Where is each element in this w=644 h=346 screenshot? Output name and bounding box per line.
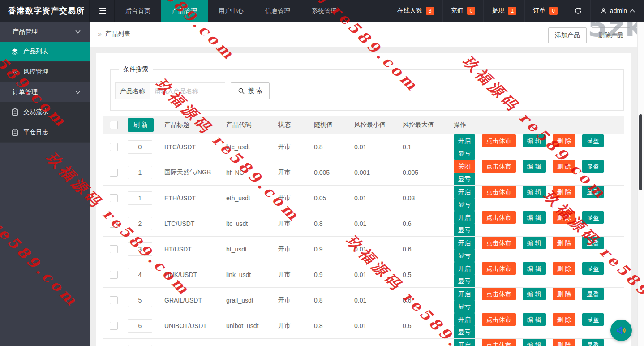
show-loss-button[interactable]: 显亏 xyxy=(454,326,475,338)
delete-button[interactable]: 删 除 xyxy=(553,339,576,346)
toggle-market-button[interactable]: 开启 xyxy=(454,237,475,249)
toggle-market-button[interactable]: 开启 xyxy=(454,313,475,326)
show-loss-button[interactable]: 显亏 xyxy=(454,147,475,160)
row-checkbox[interactable] xyxy=(110,143,118,151)
sort-input[interactable] xyxy=(128,319,152,333)
table-row: GRAIL/USDT grail_usdt 开市 0.8 0.01 0.6 开启… xyxy=(103,287,624,313)
show-profit-button[interactable]: 显盈 xyxy=(582,134,604,147)
edit-button[interactable]: 编 辑 xyxy=(523,160,546,173)
edit-button[interactable]: 编 辑 xyxy=(523,288,546,300)
stat-orders[interactable]: 订单 0 xyxy=(524,0,566,22)
delete-button[interactable]: 删 除 xyxy=(553,262,576,275)
sidebar-item-trade-flow[interactable]: 交易流水 xyxy=(0,102,90,122)
user-menu[interactable]: admin xyxy=(590,0,644,22)
scrollbar-track[interactable] xyxy=(637,22,644,346)
collapse-sidebar-button[interactable] xyxy=(90,0,115,22)
show-loss-button[interactable]: 显亏 xyxy=(454,224,475,236)
sort-input[interactable] xyxy=(128,294,152,307)
delete-button[interactable]: 删 除 xyxy=(553,186,576,198)
delete-button[interactable]: 删 除 xyxy=(553,160,576,173)
rest-market-button[interactable]: 点击休市 xyxy=(482,313,516,326)
nav-item-users[interactable]: 用户中心 xyxy=(208,0,254,22)
toggle-market-button[interactable]: 开启 xyxy=(454,288,475,300)
refresh-page-button[interactable] xyxy=(566,0,590,22)
nav-item-system[interactable]: 系统管理 xyxy=(301,0,348,22)
row-checkbox[interactable] xyxy=(110,169,118,177)
edit-button[interactable]: 编 辑 xyxy=(523,262,546,275)
show-profit-button[interactable]: 显盈 xyxy=(582,186,604,198)
scrollbar-thumb[interactable] xyxy=(639,114,642,190)
sidebar-group-product[interactable]: 产品管理 xyxy=(0,22,90,42)
layers-icon xyxy=(11,48,19,55)
show-profit-button[interactable]: 显盈 xyxy=(582,262,604,275)
row-checkbox[interactable] xyxy=(110,296,118,304)
nav-item-products[interactable]: 产品管理 xyxy=(161,0,208,22)
row-checkbox[interactable] xyxy=(110,245,118,253)
toggle-market-button[interactable]: 开启 xyxy=(454,211,475,224)
edit-button[interactable]: 编 辑 xyxy=(523,237,546,249)
rest-market-button[interactable]: 点击休市 xyxy=(482,288,516,300)
show-profit-button[interactable]: 显盈 xyxy=(582,211,604,224)
show-loss-button[interactable]: 显亏 xyxy=(454,198,475,211)
toggle-market-button[interactable]: 关闭 xyxy=(454,160,475,173)
delete-product-button[interactable]: 删除产品 xyxy=(592,27,630,43)
sort-input[interactable] xyxy=(128,242,152,256)
sort-input[interactable] xyxy=(128,268,152,281)
show-loss-button[interactable]: 显亏 xyxy=(454,173,475,185)
search-button[interactable]: 搜 索 xyxy=(231,82,270,99)
row-checkbox[interactable] xyxy=(110,220,118,228)
rest-market-button[interactable]: 点击休市 xyxy=(482,262,516,275)
sort-input[interactable] xyxy=(128,191,152,205)
add-product-button[interactable]: 添加产品 xyxy=(548,27,587,43)
toggle-market-button[interactable]: 开启 xyxy=(454,339,475,346)
rest-market-button[interactable]: 点击休市 xyxy=(482,211,516,224)
refresh-table-button[interactable]: 刷 新 xyxy=(128,118,154,132)
navbar-spacer xyxy=(348,0,389,22)
rest-market-button[interactable]: 点击休市 xyxy=(482,160,516,173)
nav-item-dashboard[interactable]: 后台首页 xyxy=(115,0,161,22)
toggle-market-button[interactable]: 开启 xyxy=(454,186,475,198)
rest-market-button[interactable]: 点击休市 xyxy=(482,237,516,249)
rest-market-button[interactable]: 点击休市 xyxy=(482,186,516,198)
row-checkbox[interactable] xyxy=(110,194,118,202)
delete-button[interactable]: 删 除 xyxy=(553,288,576,300)
product-name-input[interactable] xyxy=(150,82,225,99)
toggle-market-button[interactable]: 开启 xyxy=(454,262,475,275)
stat-withdraw[interactable]: 提现 1 xyxy=(483,0,524,22)
stat-online[interactable]: 在线人数 3 xyxy=(389,0,442,22)
rest-market-button[interactable]: 点击休市 xyxy=(482,339,516,346)
row-checkbox[interactable] xyxy=(110,271,118,279)
edit-button[interactable]: 编 辑 xyxy=(523,339,546,346)
sort-input[interactable] xyxy=(128,166,152,179)
delete-button[interactable]: 删 除 xyxy=(553,134,576,147)
show-profit-button[interactable]: 显盈 xyxy=(582,160,604,173)
delete-button[interactable]: 删 除 xyxy=(553,313,576,326)
show-profit-button[interactable]: 显盈 xyxy=(582,313,604,326)
show-profit-button[interactable]: 显盈 xyxy=(582,237,604,249)
show-profit-button[interactable]: 显盈 xyxy=(582,339,604,346)
edit-button[interactable]: 编 辑 xyxy=(523,313,546,326)
show-loss-button[interactable]: 显亏 xyxy=(454,275,475,287)
delete-button[interactable]: 删 除 xyxy=(553,211,576,224)
show-loss-button[interactable]: 显亏 xyxy=(454,249,475,262)
sidebar-item-close-log[interactable]: 平仓日志 xyxy=(0,122,90,143)
nav-item-info[interactable]: 信息管理 xyxy=(254,0,301,22)
delete-button[interactable]: 删 除 xyxy=(553,237,576,249)
stat-recharge[interactable]: 充值 0 xyxy=(442,0,484,22)
sidebar-group-order[interactable]: 订单管理 xyxy=(0,82,90,102)
sort-input[interactable] xyxy=(128,217,152,230)
rest-market-button[interactable]: 点击休市 xyxy=(482,134,516,147)
sort-input[interactable] xyxy=(128,140,152,154)
toggle-market-button[interactable]: 开启 xyxy=(454,134,475,147)
row-checkbox[interactable] xyxy=(110,322,118,330)
edit-button[interactable]: 编 辑 xyxy=(523,134,546,147)
select-all-checkbox[interactable] xyxy=(110,121,118,129)
sort-input[interactable] xyxy=(128,345,152,346)
sidebar-item-product-list[interactable]: 产品列表 xyxy=(0,42,90,62)
edit-button[interactable]: 编 辑 xyxy=(523,186,546,198)
show-loss-button[interactable]: 显亏 xyxy=(454,300,475,313)
edit-button[interactable]: 编 辑 xyxy=(523,211,546,224)
show-profit-button[interactable]: 显盈 xyxy=(582,288,604,300)
sidebar-item-risk[interactable]: 风控管理 xyxy=(0,62,90,82)
audio-notification-button[interactable] xyxy=(610,320,632,341)
